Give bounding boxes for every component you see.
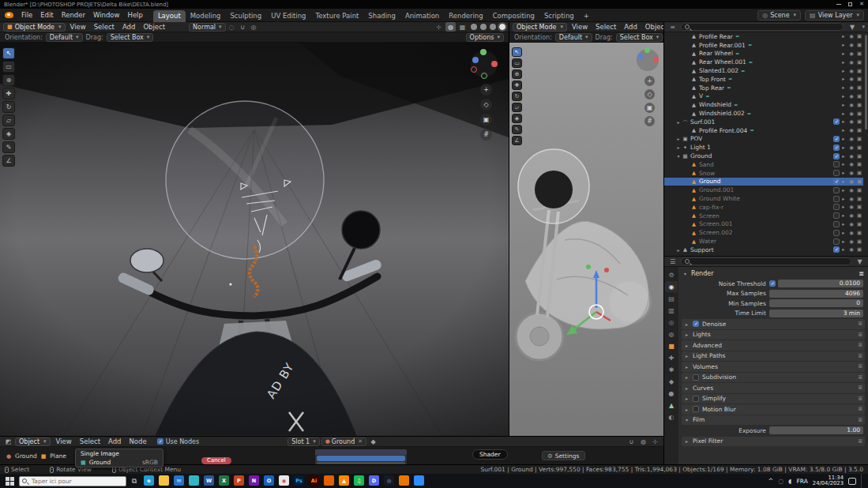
perspective-toggle-icon[interactable]: #: [644, 116, 655, 126]
shader-category-pill[interactable]: Shader: [472, 449, 508, 460]
hide-in-viewport-toggle[interactable]: ◉: [847, 136, 855, 142]
tool-measure[interactable]: ∠: [2, 155, 15, 167]
disable-in-render-toggle[interactable]: ▣: [855, 111, 863, 117]
disable-in-render-toggle[interactable]: ▣: [855, 102, 863, 108]
taskbar-app-blender-app[interactable]: [397, 475, 411, 487]
menu-file[interactable]: File: [17, 10, 36, 20]
selectable-toggle[interactable]: ▸: [840, 59, 847, 66]
section-menu-icon[interactable]: ≣: [858, 363, 862, 370]
taskbar-app-powerpoint[interactable]: P: [232, 475, 246, 487]
section-menu-icon[interactable]: ≣: [858, 321, 862, 327]
shading-material-icon[interactable]: [490, 24, 496, 30]
properties-tab-tool[interactable]: ⚙: [665, 269, 678, 280]
menu-item-image[interactable]: ▦ Ground sRGB: [76, 458, 163, 467]
exclude-checkbox[interactable]: [833, 161, 840, 167]
transform-orientation-dropdown[interactable]: Normal ▾: [189, 23, 225, 32]
menu-add[interactable]: Add: [104, 437, 125, 446]
tool-move[interactable]: ✚: [512, 81, 522, 90]
minimize-icon[interactable]: [836, 4, 841, 5]
mode-dropdown[interactable]: ■ Object Mode ▾: [3, 23, 66, 32]
language-indicator[interactable]: FRA: [796, 478, 807, 485]
time-limit-value[interactable]: 3 min: [769, 310, 863, 317]
denoise-checkbox[interactable]: [693, 321, 699, 327]
outliner-item-rear-wheel[interactable]: ▲Rear Wheel≈▸◉▣: [664, 50, 863, 58]
expand-arrow[interactable]: ▸: [684, 385, 690, 391]
prop-lights[interactable]: ▸Lights≣: [682, 330, 865, 340]
expand-arrow[interactable]: ▸: [684, 332, 690, 337]
outliner-item-v[interactable]: ▲V≈▸◉▣: [664, 92, 863, 101]
render-section-header[interactable]: ▾ Render ≣: [680, 268, 866, 279]
hide-in-viewport-toggle[interactable]: ◉: [847, 145, 855, 151]
orientation-dropdown[interactable]: Default ▾: [46, 33, 83, 42]
shading-solid-icon[interactable]: [480, 24, 487, 30]
exclude-checkbox[interactable]: [833, 212, 840, 219]
prop-film[interactable]: ▾Film≣: [682, 415, 865, 426]
disable-in-render-toggle[interactable]: ▣: [855, 93, 863, 99]
section-menu-icon[interactable]: ≣: [858, 396, 862, 402]
selectable-toggle[interactable]: ▸: [840, 161, 847, 167]
filter-funnel-icon[interactable]: ▼: [847, 22, 857, 32]
disable-in-render-toggle[interactable]: ▣: [855, 136, 863, 142]
prop-curves[interactable]: ▸Curves≣: [682, 383, 865, 393]
disable-in-render-toggle[interactable]: ▣: [855, 68, 863, 74]
pan-hand-icon[interactable]: ◇: [480, 99, 492, 111]
taskbar-app-mail[interactable]: ✉: [172, 475, 186, 487]
outliner-item-profile-front-004[interactable]: ▲Profile Front.004≈▸◉▣: [664, 126, 863, 135]
exclude-checkbox[interactable]: [833, 204, 840, 210]
clock[interactable]: 11:34 24/04/2023: [813, 475, 844, 487]
prop-min-samples[interactable]: Min Samples0: [680, 298, 866, 309]
axis-z-icon[interactable]: [472, 57, 479, 63]
disable-in-render-toggle[interactable]: ▣: [855, 161, 863, 167]
outliner-editor-icon[interactable]: ≡: [667, 22, 678, 32]
section-menu-icon[interactable]: ≣: [858, 385, 862, 391]
taskbar-app-excel[interactable]: X: [217, 475, 231, 487]
snap-magnet-icon[interactable]: ∪: [238, 22, 248, 32]
hide-in-viewport-toggle[interactable]: ◉: [847, 153, 855, 160]
selectable-toggle[interactable]: ▸: [840, 212, 847, 219]
hide-in-viewport-toggle[interactable]: ◉: [847, 161, 855, 167]
hide-in-viewport-toggle[interactable]: ◉: [847, 51, 855, 57]
prop-noise-threshold[interactable]: Noise Threshold0.0100: [680, 279, 866, 289]
show-gizmo-icon[interactable]: ⊹: [434, 22, 444, 32]
axis-x-icon[interactable]: [491, 61, 498, 67]
noise-threshold-checkbox[interactable]: [769, 280, 776, 287]
shading-wireframe-icon[interactable]: [471, 24, 477, 30]
hide-in-viewport-toggle[interactable]: ◉: [847, 212, 855, 219]
expand-arrow[interactable]: ▸: [684, 407, 690, 412]
prop-exposure[interactable]: Exposure1.00: [680, 426, 866, 436]
axis-y-icon[interactable]: [644, 47, 650, 53]
section-menu-icon[interactable]: ≣: [858, 438, 862, 445]
view-layer-selector[interactable]: ▤ View Layer ▾: [805, 10, 864, 21]
expand-arrow[interactable]: ▸: [684, 321, 690, 327]
cancel-button[interactable]: Cancel: [201, 457, 231, 464]
outliner-item-rear-wheel-001[interactable]: ▲Rear Wheel.001≈▸◉▣: [664, 58, 863, 66]
disable-in-render-toggle[interactable]: ▣: [855, 42, 863, 48]
outliner-item-sand[interactable]: ▲Sand▸◉▣: [664, 160, 863, 169]
hide-in-viewport-toggle[interactable]: ◉: [847, 246, 855, 253]
prop-max-samples[interactable]: Max Samples4096: [680, 289, 866, 299]
tool-transform[interactable]: ◈: [512, 114, 522, 123]
camera-view-icon[interactable]: ▣: [644, 103, 655, 113]
menu-window[interactable]: Window: [89, 10, 124, 20]
selectable-toggle[interactable]: ▸: [840, 178, 847, 185]
expand-arrow[interactable]: ▸: [675, 247, 682, 253]
outliner-item-screen[interactable]: ▲Screen▸◉▣: [664, 212, 863, 220]
disable-in-render-toggle[interactable]: ▣: [855, 118, 863, 125]
expand-arrow[interactable]: ▸: [684, 374, 690, 380]
hide-in-viewport-toggle[interactable]: ◉: [847, 127, 855, 133]
search-input[interactable]: [19, 476, 126, 486]
presets-icon[interactable]: ≣: [859, 270, 864, 277]
maximize-icon[interactable]: [848, 2, 852, 6]
solid-viewport-canvas[interactable]: + ◇ ▣ #: [509, 43, 663, 436]
tool-cursor[interactable]: ⊕: [2, 74, 15, 86]
prop-motion-blur[interactable]: ▸Motion Blur≣: [682, 404, 865, 415]
menu-edit[interactable]: Edit: [36, 10, 57, 20]
taskbar-search[interactable]: [19, 476, 126, 486]
disable-in-render-toggle[interactable]: ▣: [855, 76, 863, 82]
selectable-toggle[interactable]: ▸: [840, 84, 847, 91]
exclude-checkbox[interactable]: [833, 178, 840, 185]
menu-select[interactable]: Select: [90, 22, 118, 32]
exclude-checkbox[interactable]: [833, 246, 840, 253]
tool-cursor[interactable]: ⊕: [512, 69, 522, 79]
selectable-toggle[interactable]: ▸: [840, 111, 847, 117]
